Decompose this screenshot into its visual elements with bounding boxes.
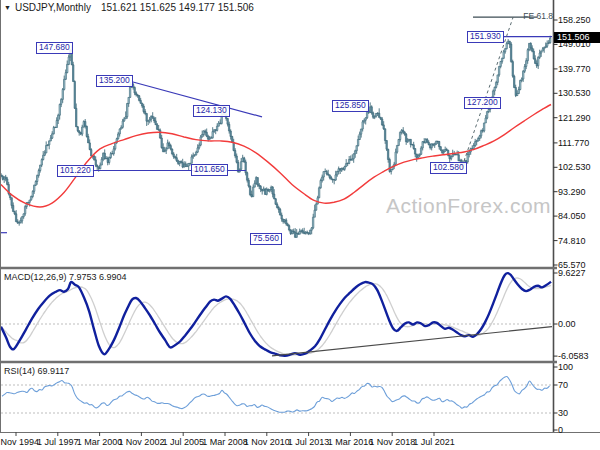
- macd-axis-label: -6.0583: [558, 351, 589, 361]
- macd-signal-line: [1, 278, 551, 355]
- rsi-indicator-label: RSI(14) 69.9117: [4, 366, 69, 376]
- price-axis-label: 139.770: [558, 64, 591, 74]
- price-axis-label: 102.530: [558, 162, 591, 172]
- macd-axis-label: 0.00: [558, 319, 576, 329]
- rsi-axis-label: 70: [558, 380, 568, 390]
- price-axis-label: 93.290: [558, 187, 586, 197]
- symbol-period-label: USDJPY,Monthly: [15, 2, 91, 13]
- price-level-label: 101.220: [57, 165, 94, 177]
- chart-titlebar: ▼USDJPY,Monthly151.621 151.625 149.177 1…: [4, 2, 254, 14]
- price-level-label: 124.130: [193, 105, 230, 117]
- price-level-label: 127.200: [464, 97, 501, 109]
- current-price-tag: 151.506: [554, 32, 600, 43]
- price-level-label: 147.680: [36, 42, 73, 54]
- price-level-label: 75.560: [250, 233, 282, 245]
- price-level-label: 151.930: [467, 31, 504, 43]
- rsi-axis-label: 0: [558, 425, 563, 435]
- rsi-axis-label: 100: [558, 362, 573, 372]
- chart-canvas[interactable]: [0, 0, 600, 450]
- rsi-axis-label: 30: [558, 408, 568, 418]
- price-axis-label: 130.530: [558, 88, 591, 98]
- watermark: ActionForex.com: [386, 194, 551, 218]
- price-axis-label: 84.050: [558, 211, 586, 221]
- symbol-dropdown-icon[interactable]: ▼: [4, 4, 11, 11]
- ohlc-values: 151.621 151.625 149.177 151.506: [101, 2, 254, 13]
- rsi-line: [2, 376, 550, 412]
- price-level-label: 101.650: [191, 164, 228, 176]
- price-level-label: 125.850: [332, 100, 369, 112]
- macd-indicator-label: MACD(12,26,9) 7.9753 6.9904: [4, 272, 127, 282]
- macd-axis-label: 9.6227: [558, 268, 586, 278]
- price-axis-label: 111.770: [558, 138, 589, 148]
- macd-line: [1, 273, 551, 356]
- price-axis-label: 121.290: [558, 113, 591, 123]
- chart-window: ▼USDJPY,Monthly151.621 151.625 149.177 1…: [0, 0, 600, 450]
- price-level-label: 135.200: [96, 75, 133, 87]
- fib-extension-label: FE 61.8: [523, 11, 553, 21]
- price-axis-label: 158.250: [558, 15, 591, 25]
- price-level-label: 102.580: [430, 162, 467, 174]
- price-axis-label: 74.810: [558, 236, 586, 246]
- time-axis-label: 1 Jul 2021: [402, 437, 466, 447]
- macd-trendline[interactable]: [272, 327, 552, 356]
